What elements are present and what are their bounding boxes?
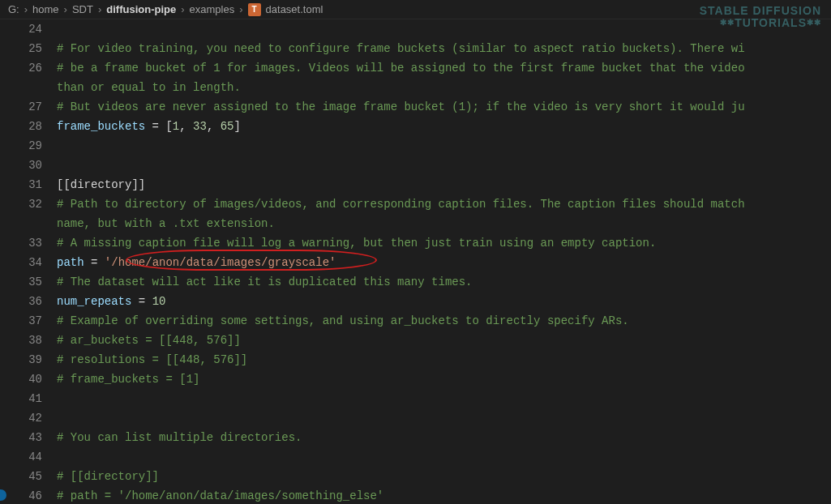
breadcrumb-part[interactable]: SDT bbox=[72, 3, 93, 15]
line-number bbox=[0, 78, 42, 97]
line-number: 43 bbox=[0, 428, 42, 447]
chevron-right-icon: › bbox=[64, 3, 67, 15]
line-number: 27 bbox=[0, 97, 42, 117]
code-line[interactable]: path = '/home/anon/data/images/grayscale… bbox=[57, 253, 831, 272]
code-line[interactable]: frame_buckets = [1, 33, 65] bbox=[57, 117, 831, 136]
line-number: 32 bbox=[0, 194, 42, 214]
breadcrumb-part[interactable]: diffusion-pipe bbox=[106, 3, 176, 15]
code-line[interactable]: num_repeats = 10 bbox=[57, 292, 831, 311]
code-line[interactable]: # be a frame bucket of 1 for images. Vid… bbox=[57, 58, 831, 78]
code-line[interactable]: than or equal to in length. bbox=[57, 78, 831, 97]
line-number: 45 bbox=[0, 467, 42, 486]
code-line[interactable]: # path = '/home/anon/data/images/somethi… bbox=[57, 486, 831, 504]
line-number: 41 bbox=[0, 389, 42, 408]
code-line[interactable] bbox=[57, 19, 831, 39]
line-number: 42 bbox=[0, 408, 42, 428]
line-number: 30 bbox=[0, 156, 42, 175]
breadcrumb-part[interactable]: examples bbox=[190, 3, 235, 15]
code-line[interactable]: [[directory]] bbox=[57, 175, 831, 194]
code-line[interactable]: # But videos are never assigned to the i… bbox=[57, 97, 831, 117]
code-line[interactable] bbox=[57, 156, 831, 175]
chevron-right-icon: › bbox=[239, 3, 242, 15]
breadcrumb-part[interactable]: home bbox=[32, 3, 59, 15]
code-line[interactable] bbox=[57, 136, 831, 156]
code-line[interactable]: name, but with a .txt extension. bbox=[57, 214, 831, 233]
code-line[interactable]: # The dataset will act like it is duplic… bbox=[57, 272, 831, 292]
line-number: 25 bbox=[0, 39, 42, 58]
code-line[interactable]: # Example of overriding some settings, a… bbox=[57, 311, 831, 331]
line-number bbox=[0, 214, 42, 233]
code-line[interactable]: # resolutions = [[448, 576]] bbox=[57, 350, 831, 369]
breadcrumb-part[interactable]: G: bbox=[8, 3, 19, 15]
line-number: 44 bbox=[0, 447, 42, 467]
code-line[interactable]: # ar_buckets = [[448, 576]] bbox=[57, 331, 831, 350]
line-number: 37 bbox=[0, 311, 42, 331]
code-line[interactable]: # For video training, you need to config… bbox=[57, 39, 831, 58]
code-line[interactable] bbox=[57, 408, 831, 428]
line-number-gutter: 2425262728293031323334353637383940414243… bbox=[0, 19, 57, 504]
code-line[interactable]: # [[directory]] bbox=[57, 467, 831, 486]
line-number: 40 bbox=[0, 369, 42, 389]
code-line[interactable]: # You can list multiple directories. bbox=[57, 428, 831, 447]
code-content[interactable]: # For video training, you need to config… bbox=[57, 19, 831, 504]
line-number: 26 bbox=[0, 58, 42, 78]
code-line[interactable] bbox=[57, 447, 831, 467]
code-line[interactable]: # frame_buckets = [1] bbox=[57, 369, 831, 389]
line-number: 31 bbox=[0, 175, 42, 194]
code-line[interactable] bbox=[57, 389, 831, 408]
breadcrumb[interactable]: G: › home › SDT › diffusion-pipe › examp… bbox=[0, 0, 831, 19]
chevron-right-icon: › bbox=[181, 3, 184, 15]
line-number: 33 bbox=[0, 233, 42, 253]
line-number: 36 bbox=[0, 292, 42, 311]
code-editor[interactable]: 2425262728293031323334353637383940414243… bbox=[0, 19, 831, 504]
line-number: 38 bbox=[0, 331, 42, 350]
line-number: 24 bbox=[0, 19, 42, 39]
code-line[interactable]: # Path to directory of images/videos, an… bbox=[57, 194, 831, 214]
line-number: 28 bbox=[0, 117, 42, 136]
line-number: 35 bbox=[0, 272, 42, 292]
line-number: 34 bbox=[0, 253, 42, 272]
line-number: 39 bbox=[0, 350, 42, 369]
line-number: 29 bbox=[0, 136, 42, 156]
chevron-right-icon: › bbox=[24, 3, 28, 15]
code-line[interactable]: # A missing caption file will log a warn… bbox=[57, 233, 831, 253]
chevron-right-icon: › bbox=[98, 3, 101, 15]
toml-file-icon: T bbox=[248, 3, 261, 16]
breadcrumb-file[interactable]: dataset.toml bbox=[266, 3, 323, 15]
